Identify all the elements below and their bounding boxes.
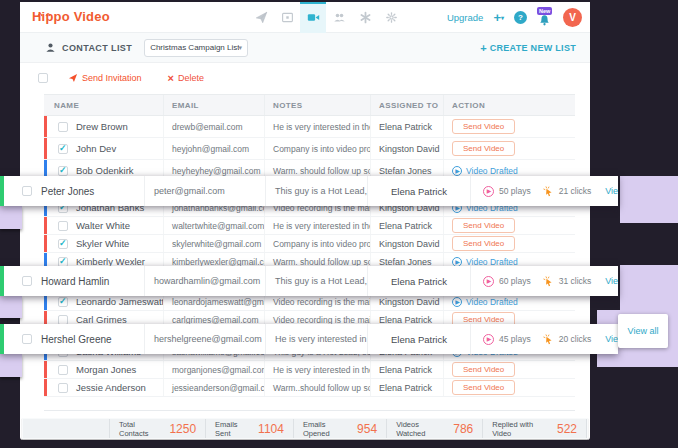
view-all-link[interactable]: View all [605, 186, 618, 196]
create-new-list-button[interactable]: + CREATE NEW LIST [480, 42, 576, 54]
row-status-bar [44, 235, 47, 252]
table-row[interactable]: Morgan Jones morganjones@gmail.com He is… [44, 361, 575, 379]
lavender-fragment [0, 296, 22, 318]
send-video-button[interactable]: Send Video [452, 218, 515, 233]
play-circle-icon: ▶ [452, 257, 462, 267]
view-all-link[interactable]: View all [605, 334, 618, 344]
send-invitation-button[interactable]: Send Invitation [68, 73, 142, 83]
notifications-bell[interactable]: New [537, 8, 553, 28]
stat-value: 1250 [169, 422, 196, 436]
clicks-count: 31 clicks [559, 276, 592, 286]
row-checkbox[interactable] [22, 334, 32, 344]
table-rows-group: Drew Brown drewb@email.com He is very in… [44, 116, 575, 182]
help-button[interactable]: ? [514, 11, 527, 24]
send-video-button[interactable]: Send Video [452, 119, 515, 134]
contact-email: waltertwhite@gmail.com [163, 217, 264, 234]
footer-stat: Replied with Video 522 [483, 419, 587, 438]
row-checkbox[interactable] [58, 122, 68, 132]
row-checkbox[interactable] [58, 166, 68, 176]
column-header-action: ACTION [443, 95, 575, 115]
screen-record-icon[interactable] [274, 2, 300, 33]
assigned-to: Elena Patrick [367, 176, 470, 206]
footer-stat: Emails Opened 954 [294, 419, 387, 438]
contact-email: jessieanderson@gmail.com [163, 379, 264, 396]
assigned-to: Elena Patrick [367, 266, 470, 296]
row-checkbox[interactable] [22, 276, 32, 286]
table-row[interactable]: Skyler White skylerwhite@gmail.com Compa… [44, 235, 575, 253]
lavender-fragment [0, 354, 22, 377]
video-stats: ▶ 45 plays 20 clicks View all [470, 324, 618, 354]
table-row[interactable]: Jessie Anderson jessieanderson@gmail.com… [44, 379, 575, 397]
video-camera-icon[interactable] [300, 2, 326, 33]
send-video-button[interactable]: Send Video [452, 236, 515, 251]
contact-name: Morgan Jones [76, 364, 136, 375]
contact-name: Howard Hamlin [41, 276, 109, 287]
settings-gear-icon[interactable] [378, 2, 404, 33]
upgrade-link[interactable]: Upgrade [447, 12, 483, 23]
table-rows-group: Jonathan Banks jonathanbanks@gmail.com V… [44, 199, 575, 271]
video-drafted-status: ▶ Video Drafted [452, 257, 518, 267]
contact-name: Leonardo Jameswatt [76, 296, 163, 307]
contact-hover-row[interactable]: Howard Hamlin howardhamlin@gmail.com Thi… [0, 266, 618, 296]
contact-hover-row[interactable]: Peter Jones peter@gmail.com This guy is … [0, 176, 618, 206]
lavender-fragment [620, 176, 678, 223]
row-checkbox[interactable] [58, 315, 68, 325]
stat-label: Videos Watched [396, 420, 449, 438]
column-header-email: EMAIL [163, 95, 264, 115]
clicks-count: 21 clicks [559, 186, 592, 196]
contact-person-icon [45, 42, 56, 53]
row-checkbox[interactable] [22, 186, 32, 196]
contacts-icon[interactable] [326, 2, 352, 33]
assigned-to: Kingston David [370, 235, 443, 252]
send-video-button[interactable]: Send Video [452, 362, 515, 377]
stage: Hippo Video [0, 0, 678, 448]
list-dropdown-value: Christmas Campaign List [150, 43, 238, 52]
integrations-icon[interactable] [352, 2, 378, 33]
video-drafted-label: Video Drafted [466, 297, 518, 307]
plays-count: 50 plays [499, 186, 531, 196]
send-video-button[interactable]: Send Video [452, 380, 515, 395]
video-stats: ▶ 60 plays 31 clicks View all [470, 266, 618, 296]
video-drafted-status: ▶ Video Drafted [452, 297, 518, 307]
table-row[interactable]: John Dev heyjohn@gmail.com Company is in… [44, 138, 575, 160]
row-status-bar [44, 116, 47, 137]
row-checkbox[interactable] [58, 239, 68, 249]
quick-add-button[interactable]: +▾ [493, 11, 504, 24]
contact-list-label: CONTACT LIST [62, 43, 132, 53]
row-status-bar [44, 217, 47, 234]
chevron-down-icon: ▾ [239, 44, 243, 52]
view-all-popup[interactable]: View all [618, 314, 668, 348]
contact-email: heyjohn@gmail.com [163, 138, 264, 159]
list-header: CONTACT LIST Christmas Campaign List ▾ +… [20, 33, 590, 63]
clicks-icon [543, 334, 554, 345]
row-checkbox[interactable] [58, 297, 68, 307]
chevron-down-icon: ▾ [501, 15, 504, 21]
paper-plane-icon[interactable] [248, 2, 274, 33]
stat-value: 954 [357, 422, 377, 436]
video-drafted-label: Video Drafted [466, 257, 518, 267]
clicks-icon [543, 186, 554, 197]
row-checkbox[interactable] [58, 383, 68, 393]
table-row[interactable]: Drew Brown drewb@email.com He is very in… [44, 116, 575, 138]
view-all-link[interactable]: View all [605, 276, 618, 286]
action-cell: Send Video [443, 116, 575, 137]
avatar[interactable]: V [563, 8, 582, 27]
list-dropdown[interactable]: Christmas Campaign List ▾ [144, 39, 248, 57]
row-status-bar [44, 379, 47, 396]
select-all-checkbox[interactable] [38, 73, 48, 83]
stat-label: Total Contacts [119, 420, 165, 438]
row-checkbox[interactable] [58, 257, 68, 267]
contact-notes: He is very interested in the prod... [264, 116, 370, 137]
delete-button[interactable]: × Delete [168, 73, 204, 84]
video-drafted-label: Video Drafted [466, 166, 518, 176]
row-checkbox[interactable] [58, 144, 68, 154]
plays-count: 60 plays [499, 276, 531, 286]
table-row[interactable]: Walter White waltertwhite@gmail.com He i… [44, 217, 575, 235]
contact-notes: Company is into video produ... [264, 138, 370, 159]
send-video-button[interactable]: Send Video [452, 141, 515, 156]
contacts-table: NAME EMAIL NOTES ASSIGNED TO ACTION Drew… [44, 94, 575, 411]
row-checkbox[interactable] [58, 221, 68, 231]
row-checkbox[interactable] [58, 365, 68, 375]
contact-hover-row[interactable]: Hershel Greene hershelgreene@gmail.com H… [0, 324, 618, 354]
footer-stat: Total Contacts 1250 [109, 419, 206, 438]
